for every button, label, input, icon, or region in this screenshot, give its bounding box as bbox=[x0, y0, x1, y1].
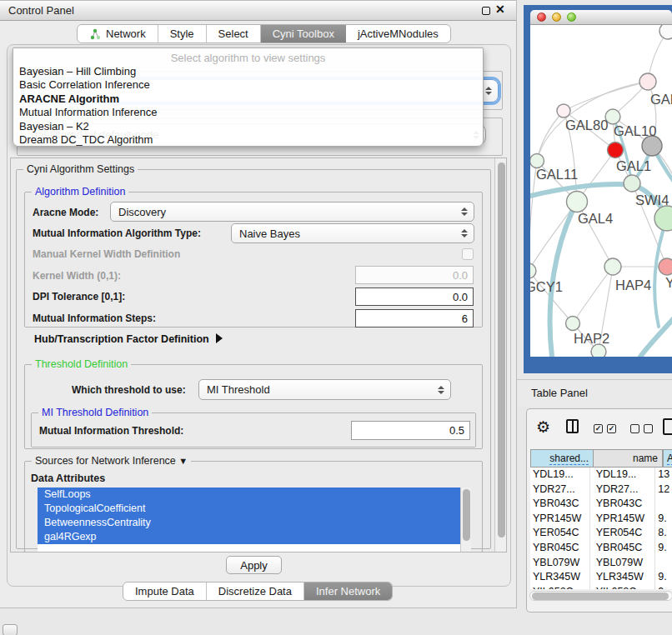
columns-icon[interactable] bbox=[566, 419, 579, 433]
which-threshold-combo[interactable]: MI Threshold bbox=[198, 379, 451, 400]
network-node-HAP4[interactable] bbox=[604, 258, 621, 275]
network-node[interactable] bbox=[659, 25, 672, 39]
table-row[interactable]: YDR27...YDR27...12 bbox=[530, 482, 672, 498]
unchecked-checkbox-icon[interactable] bbox=[630, 424, 639, 433]
bottom-tab-bar: Impute Data Discretize Data Infer Networ… bbox=[123, 582, 393, 601]
network-node-GAL4[interactable] bbox=[567, 192, 588, 212]
close-icon[interactable]: ✕ bbox=[495, 2, 505, 16]
manual-kernel-checkbox[interactable] bbox=[462, 248, 474, 260]
table-body[interactable]: YDL19...YDL19...13 YDR27...YDR27...12 YB… bbox=[530, 468, 672, 589]
tab-jactivemnodules[interactable]: jActiveMNodules bbox=[346, 25, 450, 42]
tab-network[interactable]: Network bbox=[78, 25, 158, 42]
column-header-shared[interactable]: shared... bbox=[530, 449, 594, 468]
combo-value: Naive Bayes bbox=[232, 228, 459, 240]
tab-style[interactable]: Style bbox=[158, 25, 207, 42]
table-row[interactable]: YLR345WYLR345W9. bbox=[530, 570, 672, 585]
network-node-green-large[interactable] bbox=[654, 206, 672, 231]
list-item[interactable]: SelfLoops bbox=[38, 488, 471, 502]
dropdown-item[interactable]: Dream8 DC_TDC Algorithm bbox=[13, 133, 483, 147]
table-row[interactable]: YER054CYER054C8. bbox=[530, 526, 672, 541]
table-row[interactable]: YIL052CYIL052C9 bbox=[530, 585, 672, 589]
dropdown-item[interactable]: Mutual Information Inference bbox=[13, 106, 483, 119]
column-header-name[interactable]: name bbox=[594, 449, 663, 468]
aracne-mode-combo[interactable]: Discovery bbox=[110, 202, 474, 222]
tab-label: Impute Data bbox=[135, 585, 194, 598]
network-node-GAL80[interactable] bbox=[557, 104, 570, 118]
tab-label: Style bbox=[170, 28, 194, 40]
unchecked-checkbox-icon[interactable] bbox=[644, 424, 653, 433]
network-window-titlebar[interactable] bbox=[530, 10, 672, 25]
hub-definition-expander[interactable]: Hub/Transcription Factor Definition bbox=[34, 333, 223, 345]
network-node-SWI4[interactable] bbox=[624, 175, 640, 192]
table-row[interactable]: YBR045CYBR045C9. bbox=[530, 541, 672, 556]
network-node-GAL1[interactable] bbox=[608, 142, 624, 158]
mi-threshold-label: Mutual Information Threshold: bbox=[39, 425, 183, 437]
network-node-Y[interactable] bbox=[659, 258, 672, 275]
document-icon[interactable] bbox=[663, 418, 672, 435]
mi-steps-field[interactable]: 6 bbox=[355, 309, 474, 328]
mac-zoom-button[interactable] bbox=[567, 12, 576, 22]
network-node-gray[interactable] bbox=[642, 136, 662, 156]
network-node-HAP2[interactable] bbox=[566, 317, 580, 331]
network-canvas[interactable]: GAL7 GAL80 GAL10 GAL1 GAL11 SWI4 GAL4 GC… bbox=[530, 25, 672, 357]
table-horizontal-scrollbar[interactable] bbox=[529, 591, 672, 601]
kernel-width-field[interactable]: 0.0 bbox=[355, 266, 474, 284]
table-row[interactable]: YDL19...YDL19...13 bbox=[530, 468, 672, 482]
field-value: 0.0 bbox=[453, 291, 468, 303]
settings-scrollbar-thumb[interactable] bbox=[498, 162, 505, 538]
dpi-tolerance-field[interactable]: 0.0 bbox=[355, 288, 474, 306]
node-label: GAL10 bbox=[614, 123, 656, 138]
checked-checkbox-icon[interactable]: ✓ bbox=[594, 424, 603, 433]
mac-minimize-button[interactable] bbox=[552, 12, 561, 22]
mini-toolbar-button[interactable] bbox=[3, 624, 18, 635]
table-scrollbar-thumb[interactable] bbox=[532, 592, 669, 600]
mi-type-combo[interactable]: Naive Bayes bbox=[231, 223, 474, 243]
network-icon bbox=[89, 28, 101, 40]
list-item[interactable]: BetweennessCentrality bbox=[38, 516, 471, 530]
settings-scroll-viewport: Cyni Algorithm Settings Algorithm Defini… bbox=[10, 158, 507, 552]
stepper-icon bbox=[459, 229, 470, 238]
tab-infer-network[interactable]: Infer Network bbox=[304, 582, 392, 600]
table-panel-header: Table Panel bbox=[517, 379, 672, 406]
table-row[interactable]: YBR043CYBR043C bbox=[530, 497, 672, 512]
control-panel-titlebar[interactable]: Control Panel ✕ bbox=[0, 1, 516, 21]
tab-impute-data[interactable]: Impute Data bbox=[123, 582, 207, 600]
list-item[interactable]: TopologicalCoefficient bbox=[38, 502, 471, 516]
node-label: GCY1 bbox=[530, 279, 563, 294]
algorithm-dropdown-popup: Select algorithm to view settings Bayesi… bbox=[13, 48, 484, 147]
checked-checkbox-icon[interactable]: ✓ bbox=[607, 424, 616, 433]
apply-button[interactable]: Apply bbox=[226, 556, 282, 574]
network-node-GAL7[interactable] bbox=[639, 73, 656, 90]
list-item[interactable]: gal4RGexp bbox=[38, 530, 471, 544]
network-node-bottom[interactable] bbox=[591, 344, 606, 357]
tab-label: Network bbox=[106, 28, 146, 40]
network-node-GCY1[interactable] bbox=[530, 263, 536, 278]
list-scrollbar-thumb[interactable] bbox=[463, 489, 470, 541]
column-header-label: A bbox=[667, 452, 672, 465]
dropdown-item[interactable]: Basic Correlation Inference bbox=[13, 78, 483, 92]
hub-definition-label: Hub/Transcription Factor Definition bbox=[34, 333, 209, 345]
gear-icon[interactable]: ⚙ bbox=[536, 418, 550, 437]
window-title: Control Panel bbox=[8, 4, 74, 17]
column-header-third[interactable]: A bbox=[663, 449, 672, 468]
mi-threshold-field[interactable]: 0.5 bbox=[351, 421, 470, 440]
dpi-tolerance-label: DPI Tolerance [0,1]: bbox=[33, 291, 125, 302]
table-row[interactable]: YPR145WYPR145W9. bbox=[530, 512, 672, 527]
dropdown-item[interactable]: Bayesian – K2 bbox=[13, 120, 483, 133]
float-window-icon[interactable] bbox=[482, 7, 490, 15]
mac-close-button[interactable] bbox=[537, 12, 546, 22]
node-label: GAL11 bbox=[536, 167, 578, 182]
table-panel-window: ⚙ ✓ ✓ shared... name A YDL19...YDL19...1… bbox=[526, 408, 672, 612]
settings-scrollbar[interactable] bbox=[494, 158, 506, 552]
tab-cyni-toolbox[interactable]: Cyni Toolbox bbox=[261, 25, 346, 42]
dropdown-item[interactable]: Bayesian – Hill Climbing bbox=[13, 65, 483, 78]
data-attributes-list[interactable]: SelfLoops TopologicalCoefficient Between… bbox=[38, 488, 471, 552]
table-row[interactable]: YBL079WYBL079W bbox=[530, 556, 672, 571]
tab-select[interactable]: Select bbox=[207, 25, 261, 42]
list-scrollbar[interactable] bbox=[460, 488, 471, 552]
expand-down-icon[interactable]: ▼ bbox=[178, 456, 188, 466]
dropdown-item-selected[interactable]: ARACNE Algorithm bbox=[13, 92, 483, 106]
network-node-GAL11[interactable] bbox=[530, 154, 544, 168]
node-label: GAL1 bbox=[616, 158, 651, 173]
tab-discretize-data[interactable]: Discretize Data bbox=[207, 582, 304, 600]
